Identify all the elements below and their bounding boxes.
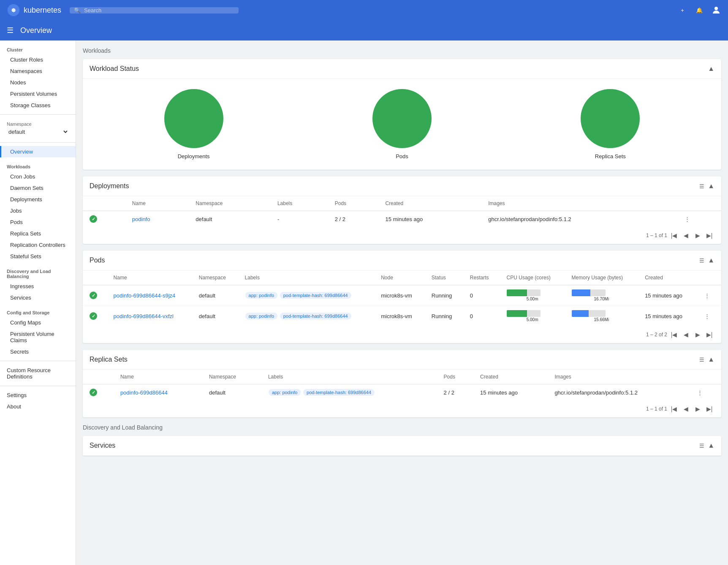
- more-options-icon[interactable]: ⋮: [703, 291, 712, 300]
- replica-sets-filter-icon[interactable]: ☰: [699, 357, 704, 363]
- config-section-header: Config and Storage: [0, 303, 76, 317]
- status-ok-icon: [90, 215, 97, 223]
- sidebar-item-crd[interactable]: Custom Resource Definitions: [0, 365, 76, 382]
- services-title: Services: [90, 442, 115, 449]
- replicasets-circle-item: Replica Sets: [581, 89, 640, 159]
- user-avatar[interactable]: [711, 5, 721, 15]
- more-options-icon[interactable]: ⋮: [683, 214, 692, 224]
- deployments-prev-page-button[interactable]: ◀: [681, 230, 691, 241]
- table-row: podinfo-699d86644-s9jz4 default app: pod…: [83, 285, 721, 306]
- deployments-row1-link[interactable]: podinfo: [132, 216, 150, 222]
- rs-col-pods: Pods: [437, 370, 474, 384]
- svg-point-3: [714, 7, 718, 10]
- deployments-row1-status: [83, 211, 125, 227]
- sidebar-item-replication-controllers[interactable]: Replication Controllers: [0, 239, 76, 251]
- rs-col-name: Name: [114, 370, 202, 384]
- rs-row1-link[interactable]: podinfo-699d86644: [120, 389, 168, 396]
- pods-prev-page-button[interactable]: ◀: [681, 330, 691, 340]
- sidebar-item-jobs[interactable]: Jobs: [0, 205, 76, 216]
- deployments-next-page-button[interactable]: ▶: [693, 230, 703, 241]
- pods-row2-status: Running: [425, 306, 463, 327]
- sidebar-item-overview[interactable]: Overview: [0, 146, 76, 157]
- more-options-icon[interactable]: ⋮: [695, 388, 704, 397]
- deployments-col-name-label: Name: [125, 196, 189, 211]
- menu-icon[interactable]: ☰: [7, 26, 14, 35]
- sidebar-item-secrets[interactable]: Secrets: [0, 346, 76, 357]
- sidebar-item-replica-sets[interactable]: Replica Sets: [0, 228, 76, 239]
- sidebar-item-cluster-roles[interactable]: Cluster Roles: [0, 54, 76, 65]
- pods-last-page-button[interactable]: ▶|: [704, 330, 714, 340]
- rs-last-page-button[interactable]: ▶|: [704, 404, 714, 414]
- sidebar-item-about[interactable]: About: [0, 401, 76, 412]
- rs-col-namespace: Namespace: [202, 370, 261, 384]
- pods-next-page-button[interactable]: ▶: [693, 330, 703, 340]
- pods-row1-more[interactable]: ⋮: [696, 285, 721, 306]
- deployments-circle-label: Deployments: [178, 153, 210, 159]
- pods-thead-row: Name Namespace Labels Node Status Restar…: [83, 270, 721, 285]
- sidebar-item-pvc[interactable]: Persistent Volume Claims: [0, 328, 76, 346]
- rs-first-page-button[interactable]: |◀: [669, 404, 679, 414]
- rs-row1-label-1: app: podinfo: [269, 389, 301, 396]
- notifications-icon[interactable]: 🔔: [694, 5, 704, 15]
- sidebar-item-nodes[interactable]: Nodes: [0, 77, 76, 88]
- rs-next-page-button[interactable]: ▶: [693, 404, 703, 414]
- deployments-collapse-icon[interactable]: ▲: [708, 182, 714, 190]
- workload-status-title: Workload Status: [90, 65, 139, 73]
- namespace-select[interactable]: default: [7, 128, 69, 135]
- sidebar-item-daemon-sets[interactable]: Daemon Sets: [0, 182, 76, 194]
- pods-col-restarts: Restarts: [463, 270, 500, 285]
- deployments-row1-images: ghcr.io/stefanprodan/podinfo:5.1.2: [481, 211, 676, 227]
- rs-row1-namespace: default: [202, 384, 261, 401]
- rs-row1-more[interactable]: ⋮: [689, 384, 721, 401]
- replica-sets-collapse-icon[interactable]: ▲: [708, 356, 714, 363]
- services-collapse-icon[interactable]: ▲: [708, 442, 714, 449]
- deployments-row1-more[interactable]: ⋮: [676, 211, 721, 227]
- deployments-filter-icon[interactable]: ☰: [699, 183, 704, 189]
- table-row: podinfo-699d86644 default app: podinfo p…: [83, 384, 721, 401]
- pods-row1-status-icon: [83, 285, 107, 306]
- pods-row1-link[interactable]: podinfo-699d86644-s9jz4: [114, 292, 176, 299]
- deployments-card: Deployments ☰ ▲ Name Namespace Labels Po…: [83, 176, 721, 244]
- services-filter-icon[interactable]: ☰: [699, 443, 704, 449]
- logo-text: kubernetes: [24, 6, 61, 15]
- namespace-selector[interactable]: Namespace default: [0, 118, 76, 139]
- divider-4: [0, 386, 76, 386]
- pods-row2-link[interactable]: podinfo-699d86644-vxfzl: [114, 313, 174, 319]
- pods-filter-icon[interactable]: ☰: [699, 257, 704, 264]
- svg-text:⎈: ⎈: [11, 6, 16, 14]
- sidebar-item-config-maps[interactable]: Config Maps: [0, 317, 76, 328]
- pods-row1-cpu-bar-container: [507, 289, 541, 296]
- sidebar-item-cron-jobs[interactable]: Cron Jobs: [0, 171, 76, 182]
- pods-collapse-icon[interactable]: ▲: [708, 257, 714, 264]
- deployments-first-page-button[interactable]: |◀: [669, 230, 679, 241]
- pods-pagination-text: 1 – 2 of 2: [646, 332, 667, 338]
- search-input[interactable]: [84, 7, 234, 14]
- more-options-icon[interactable]: ⋮: [703, 311, 712, 321]
- pods-row1-mem-bar-container: [572, 289, 606, 296]
- pods-circle-label: Pods: [396, 153, 408, 159]
- collapse-workload-status-icon[interactable]: ▲: [708, 65, 714, 73]
- sidebar-item-namespaces[interactable]: Namespaces: [0, 65, 76, 77]
- pods-row1-name: podinfo-699d86644-s9jz4: [107, 285, 192, 306]
- deployments-row1-created: 15 minutes ago: [378, 211, 481, 227]
- pods-first-page-button[interactable]: |◀: [669, 330, 679, 340]
- sidebar-item-stateful-sets[interactable]: Stateful Sets: [0, 251, 76, 262]
- sidebar-item-deployments[interactable]: Deployments: [0, 194, 76, 205]
- add-button[interactable]: +: [677, 5, 687, 15]
- pods-col-namespace: Namespace: [192, 270, 238, 285]
- pods-row2-more[interactable]: ⋮: [696, 306, 721, 327]
- pods-row2-mem-bar: [572, 310, 589, 317]
- pods-actions: ☰ ▲: [699, 257, 714, 264]
- sidebar-item-ingresses[interactable]: Ingresses: [0, 281, 76, 292]
- rs-prev-page-button[interactable]: ◀: [681, 404, 691, 414]
- search-bar[interactable]: 🔍: [70, 7, 239, 14]
- pods-row2-status-icon: [83, 306, 107, 327]
- deployments-last-page-button[interactable]: ▶|: [704, 230, 714, 241]
- sidebar-item-services[interactable]: Services: [0, 292, 76, 303]
- sidebar-item-persistent-volumes[interactable]: Persistent Volumes: [0, 88, 76, 100]
- divider-2: [0, 142, 76, 143]
- search-icon: 🔍: [74, 7, 81, 14]
- sidebar-item-storage-classes[interactable]: Storage Classes: [0, 100, 76, 111]
- sidebar-item-settings[interactable]: Settings: [0, 389, 76, 401]
- sidebar-item-pods[interactable]: Pods: [0, 216, 76, 228]
